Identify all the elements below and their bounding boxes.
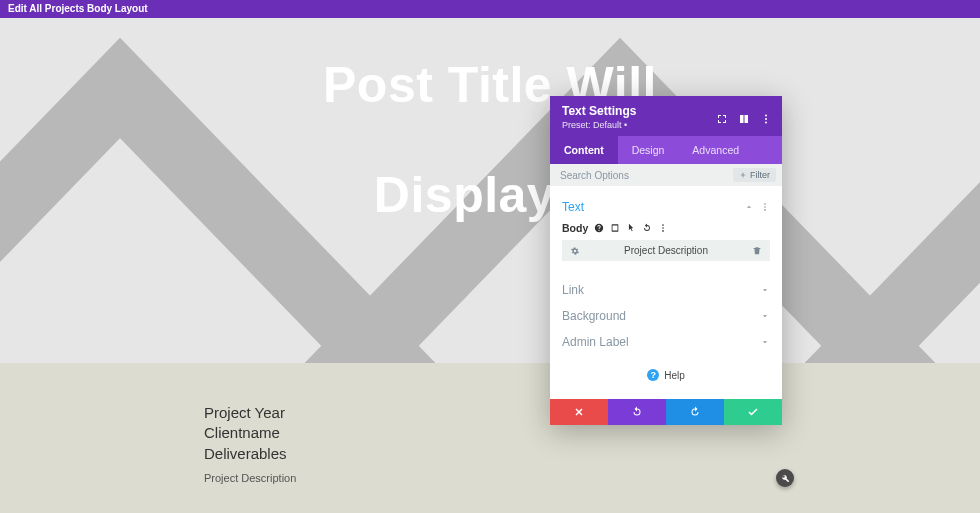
- section-admin-title: Admin Label: [562, 335, 629, 349]
- hover-icon[interactable]: [626, 223, 636, 233]
- svg-point-3: [764, 203, 766, 205]
- svg-point-4: [764, 206, 766, 208]
- body-toolbar: Body: [562, 220, 770, 240]
- help-row[interactable]: ? Help: [562, 355, 770, 399]
- canvas: Post Title Will Display H Project Year C…: [0, 18, 980, 513]
- dynamic-content-bar[interactable]: Project Description: [562, 240, 770, 261]
- body-label: Body: [562, 222, 588, 234]
- tab-content[interactable]: Content: [550, 136, 618, 164]
- save-button[interactable]: [724, 399, 782, 425]
- modal-search-row: Search Options Filter: [550, 164, 782, 186]
- modal-tabs: Content Design Advanced: [550, 136, 782, 164]
- modal-title: Text Settings: [562, 104, 636, 118]
- dynamic-content-label: Project Description: [624, 245, 708, 256]
- help-icon[interactable]: [594, 223, 604, 233]
- section-text[interactable]: Text: [562, 194, 770, 220]
- help-label: Help: [664, 370, 685, 381]
- wrench-icon: [781, 474, 790, 483]
- more-icon[interactable]: [658, 223, 668, 233]
- chevron-up-icon[interactable]: [744, 202, 754, 212]
- gear-icon[interactable]: [570, 246, 580, 256]
- modal-body: Text Body Project Description: [550, 186, 782, 399]
- reset-icon[interactable]: [642, 223, 652, 233]
- section-background-title: Background: [562, 309, 626, 323]
- trash-icon[interactable]: [752, 246, 762, 256]
- chevron-down-icon[interactable]: [760, 285, 770, 295]
- content-section: Project Year Clientname Deliverables Pro…: [0, 363, 980, 513]
- modal-header-icons: [716, 111, 772, 123]
- modal-header[interactable]: Text Settings Preset: Default •: [550, 96, 782, 136]
- modal-footer: [550, 399, 782, 425]
- modal-header-text: Text Settings Preset: Default •: [562, 104, 636, 130]
- help-icon: ?: [647, 369, 659, 381]
- more-icon[interactable]: [760, 111, 772, 123]
- section-admin-label[interactable]: Admin Label: [562, 329, 770, 355]
- undo-button[interactable]: [608, 399, 666, 425]
- section-text-title: Text: [562, 200, 584, 214]
- hero-section: Post Title Will Display H: [0, 18, 980, 363]
- tab-advanced[interactable]: Advanced: [678, 136, 753, 164]
- snap-icon[interactable]: [738, 111, 750, 123]
- meta-deliverables: Deliverables: [204, 444, 980, 464]
- topbar: Edit All Projects Body Layout: [0, 0, 980, 18]
- svg-point-8: [662, 230, 664, 232]
- more-icon[interactable]: [760, 202, 770, 212]
- text-settings-modal: Text Settings Preset: Default • Content …: [550, 96, 782, 425]
- expand-icon[interactable]: [716, 111, 728, 123]
- section-link-title: Link: [562, 283, 584, 297]
- topbar-title: Edit All Projects Body Layout: [8, 3, 148, 14]
- discard-button[interactable]: [550, 399, 608, 425]
- svg-point-1: [765, 118, 767, 120]
- svg-point-6: [662, 224, 664, 226]
- modal-preset[interactable]: Preset: Default •: [562, 120, 636, 130]
- section-background[interactable]: Background: [562, 303, 770, 329]
- filter-button[interactable]: Filter: [733, 168, 776, 182]
- fab-button[interactable]: [776, 469, 794, 487]
- search-input[interactable]: Search Options: [560, 170, 629, 181]
- tab-design[interactable]: Design: [618, 136, 679, 164]
- meta-client: Clientname: [204, 423, 980, 443]
- section-text-controls: [744, 202, 770, 212]
- svg-point-5: [764, 209, 766, 211]
- svg-point-2: [765, 122, 767, 124]
- svg-point-7: [662, 227, 664, 229]
- chevron-down-icon[interactable]: [760, 337, 770, 347]
- section-link[interactable]: Link: [562, 277, 770, 303]
- svg-point-0: [765, 115, 767, 117]
- meta-description: Project Description: [204, 472, 980, 484]
- chevron-down-icon[interactable]: [760, 311, 770, 321]
- filter-label: Filter: [750, 170, 770, 180]
- redo-button[interactable]: [666, 399, 724, 425]
- tablet-icon[interactable]: [610, 223, 620, 233]
